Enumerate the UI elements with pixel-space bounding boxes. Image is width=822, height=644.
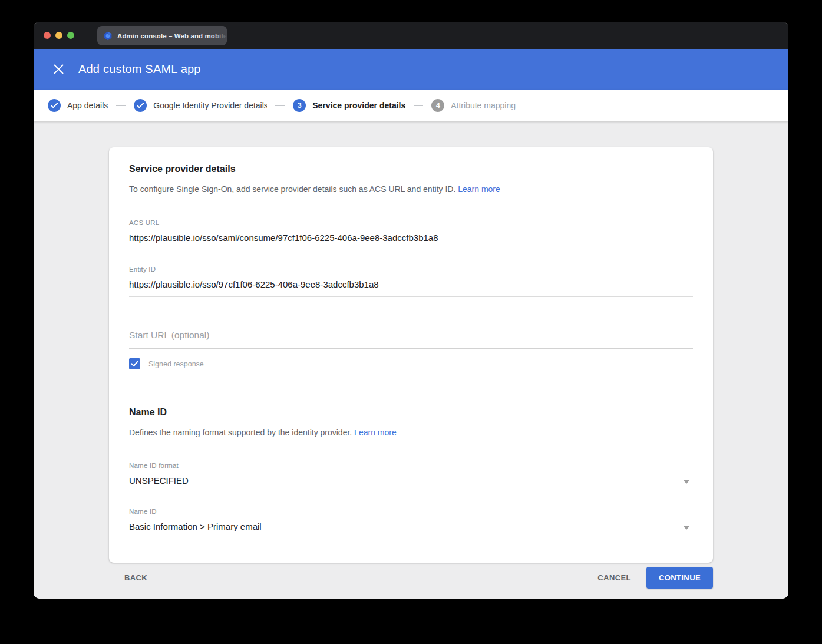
dialog-header: Add custom SAML app (34, 49, 788, 90)
name-id-description: Defines the naming format supported by t… (129, 428, 693, 437)
step-label: App details (67, 101, 108, 110)
minimize-window-button[interactable] (55, 32, 62, 39)
close-dialog-icon[interactable] (47, 58, 70, 81)
learn-more-link[interactable]: Learn more (458, 184, 500, 194)
step-connector (275, 105, 285, 106)
step-done-check-icon (134, 99, 147, 112)
name-id-select[interactable]: Name ID Basic Information > Primary emai… (129, 508, 693, 539)
cancel-button[interactable]: CANCEL (590, 567, 638, 588)
step-attribute-mapping[interactable]: 4 Attribute mapping (431, 99, 516, 112)
section-description: To configure Single Sign-On, add service… (129, 184, 693, 194)
name-id-section: Name ID Defines the naming format suppor… (129, 407, 693, 539)
step-number-badge: 3 (293, 99, 306, 112)
step-label: Service provider details (312, 101, 405, 110)
step-google-idp-details[interactable]: Google Identity Provider details (134, 99, 267, 112)
step-connector (116, 105, 126, 106)
zoom-window-button[interactable] (67, 32, 74, 39)
name-id-label: Name ID (129, 508, 693, 515)
close-window-button[interactable] (44, 32, 51, 39)
service-provider-card: Service provider details To configure Si… (109, 147, 713, 563)
chevron-down-icon (684, 526, 689, 530)
name-id-format-label: Name ID format (129, 462, 693, 469)
signed-response-row: Signed response (129, 358, 693, 369)
acs-url-label: ACS URL (129, 219, 693, 226)
dialog-footer: BACK CANCEL CONTINUE (109, 563, 713, 599)
acs-url-value[interactable]: https://plausible.io/sso/saml/consume/97… (129, 233, 693, 250)
learn-more-link[interactable]: Learn more (354, 428, 397, 437)
name-id-format-select[interactable]: Name ID format UNSPECIFIED (129, 462, 693, 493)
stepper: App details Google Identity Provider det… (34, 90, 788, 121)
step-label: Attribute mapping (451, 101, 516, 110)
step-app-details[interactable]: App details (48, 99, 108, 112)
back-button[interactable]: BACK (117, 567, 154, 588)
entity-id-label: Entity ID (129, 266, 693, 273)
browser-window: Admin console – Web and mobile a Add cus… (34, 22, 788, 599)
dialog-title: Add custom SAML app (78, 62, 201, 76)
step-done-check-icon (48, 99, 61, 112)
admin-console-favicon-icon (103, 31, 113, 41)
step-service-provider-details[interactable]: 3 Service provider details (293, 99, 405, 112)
acs-url-field[interactable]: ACS URL https://plausible.io/sso/saml/co… (129, 219, 693, 250)
step-connector (414, 105, 423, 106)
name-id-value[interactable]: Basic Information > Primary email (129, 521, 693, 539)
section-title: Service provider details (129, 164, 693, 174)
window-controls (44, 32, 74, 39)
start-url-input[interactable] (129, 330, 693, 349)
signed-response-checkbox[interactable] (129, 358, 140, 369)
name-id-title: Name ID (129, 407, 693, 418)
name-id-format-value[interactable]: UNSPECIFIED (129, 475, 693, 493)
chevron-down-icon (684, 480, 689, 484)
step-label: Google Identity Provider details (153, 101, 267, 110)
browser-tabstrip: Admin console – Web and mobile a (34, 22, 788, 49)
tab-title: Admin console – Web and mobile a (117, 32, 227, 39)
dialog-content: Service provider details To configure Si… (34, 121, 788, 599)
step-number-badge: 4 (431, 99, 444, 112)
signed-response-label: Signed response (148, 360, 204, 368)
entity-id-field[interactable]: Entity ID https://plausible.io/sso/97cf1… (129, 266, 693, 297)
entity-id-value[interactable]: https://plausible.io/sso/97cf1f06-6225-4… (129, 279, 693, 297)
browser-tab-admin-console[interactable]: Admin console – Web and mobile a (97, 26, 227, 45)
continue-button[interactable]: CONTINUE (646, 567, 713, 589)
